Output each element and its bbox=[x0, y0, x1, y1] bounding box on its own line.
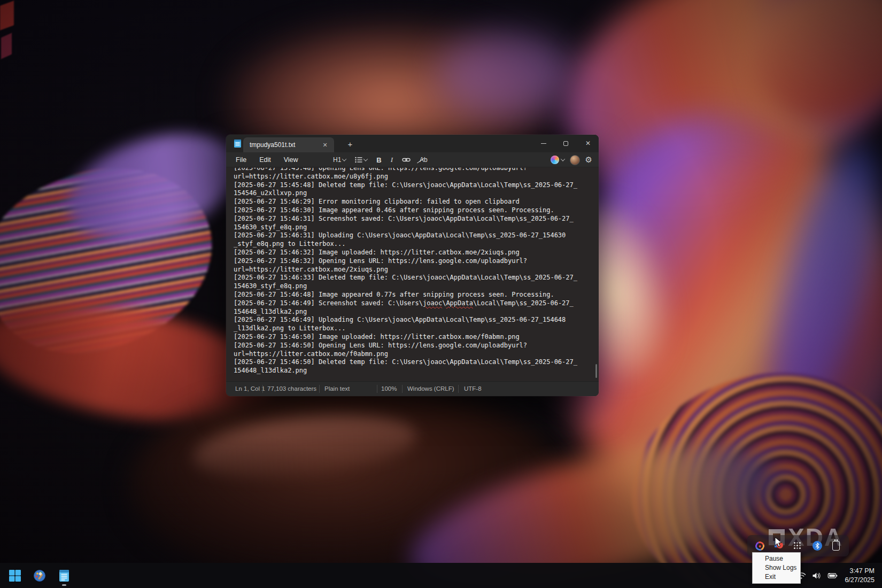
toolbar: File Edit View H1 B I bbox=[226, 152, 599, 167]
log-line: [2025-06-27 15:45:48] Opening Lens URL: … bbox=[234, 168, 599, 173]
status-document-format: Plain text bbox=[324, 385, 350, 392]
menu-edit[interactable]: Edit bbox=[253, 156, 277, 164]
titlebar[interactable]: tmpudya501t.txt ✕ + ✕ bbox=[226, 135, 599, 152]
list-icon bbox=[355, 157, 362, 163]
taskbar-tray: 3:47 PM 6/27/2025 bbox=[796, 563, 882, 588]
log-line: [2025-06-27 15:46:50] Deleted temp file:… bbox=[234, 358, 599, 367]
status-cursor-position: Ln 1, Col 1 bbox=[235, 385, 265, 392]
log-line: 154648_l13dlka2.png bbox=[234, 308, 599, 316]
chevron-down-icon bbox=[342, 157, 346, 161]
log-line: [2025-06-27 15:46:33] Deleted temp file:… bbox=[234, 274, 599, 282]
status-divider bbox=[319, 385, 320, 393]
editor-text-area[interactable]: [2025-06-27 15:45:48] Opening Lens URL: … bbox=[226, 168, 599, 381]
formatting-toolbar: H1 B I bbox=[330, 152, 430, 167]
minimize-icon bbox=[541, 143, 546, 144]
maximize-button[interactable] bbox=[559, 137, 572, 150]
notepad-taskbar-icon[interactable] bbox=[53, 565, 75, 586]
settings-gear-icon[interactable]: ⚙ bbox=[585, 155, 592, 165]
dots-grid-icon bbox=[794, 542, 802, 550]
running-indicator bbox=[62, 584, 66, 586]
log-line: _styf_e8q.png to Litterbox... bbox=[234, 240, 599, 249]
log-line: [2025-06-27 15:46:48] Image appeared 0.7… bbox=[234, 291, 599, 299]
status-character-count: 77,103 characters bbox=[267, 385, 316, 392]
toolbar-right: ⚙ bbox=[551, 152, 592, 167]
maximize-icon bbox=[563, 141, 568, 146]
status-line-endings[interactable]: Windows (CRLF) bbox=[407, 385, 454, 392]
power-plug-icon bbox=[832, 541, 840, 551]
battery-charging-icon[interactable] bbox=[827, 570, 838, 581]
close-button[interactable]: ✕ bbox=[582, 137, 594, 150]
log-line: [2025-06-27 15:46:50] Image uploaded: ht… bbox=[234, 333, 599, 342]
tray-context-menu: Pause Show Logs Exit bbox=[752, 552, 801, 584]
screenshot-tool-tray-icon[interactable] bbox=[754, 540, 766, 552]
log-line: [2025-06-27 15:46:49] Screenshot saved: … bbox=[234, 299, 599, 308]
bold-button[interactable]: B bbox=[374, 156, 384, 164]
menu-file[interactable]: File bbox=[229, 156, 253, 164]
heading-dropdown[interactable]: H1 bbox=[330, 156, 349, 164]
log-line: 154546_u2xllxvp.png bbox=[234, 189, 599, 198]
notepad-window: tmpudya501t.txt ✕ + ✕ File Edit View H1 bbox=[226, 135, 599, 396]
new-tab-button[interactable]: + bbox=[345, 139, 355, 150]
tab-title: tmpudya501t.txt bbox=[250, 141, 295, 149]
taskbar: 3:47 PM 6/27/2025 bbox=[0, 563, 882, 588]
desktop: tmpudya501t.txt ✕ + ✕ File Edit View H1 bbox=[0, 0, 882, 588]
account-avatar[interactable] bbox=[570, 155, 580, 165]
start-button[interactable] bbox=[4, 565, 26, 586]
log-line: 154648_l13dlka2.png bbox=[234, 367, 599, 375]
bluetooth-icon bbox=[813, 541, 822, 551]
log-line: [2025-06-27 15:46:49] Uploading C:\Users… bbox=[234, 316, 599, 324]
status-encoding[interactable]: UTF-8 bbox=[464, 385, 482, 392]
tab-tmpudya501t[interactable]: tmpudya501t.txt ✕ bbox=[243, 137, 334, 152]
menu-item-show-logs[interactable]: Show Logs bbox=[753, 563, 800, 572]
menu-view[interactable]: View bbox=[277, 156, 305, 164]
status-zoom-level[interactable]: 100% bbox=[381, 385, 397, 392]
notepad-app-icon bbox=[233, 139, 242, 148]
power-tray-icon[interactable] bbox=[830, 540, 842, 552]
minimize-button[interactable] bbox=[537, 137, 550, 150]
taskbar-left bbox=[0, 565, 75, 586]
paint-taskbar-icon[interactable] bbox=[29, 565, 50, 586]
log-line: [2025-06-27 15:46:30] Image appeared 0.4… bbox=[234, 206, 599, 215]
list-dropdown[interactable] bbox=[352, 157, 370, 163]
dots-grid-tray-icon[interactable] bbox=[792, 540, 804, 552]
status-divider bbox=[377, 385, 377, 393]
mouse-cursor bbox=[775, 537, 783, 548]
log-line: [2025-06-27 15:46:31] Uploading C:\Users… bbox=[234, 231, 599, 240]
paint-palette-icon bbox=[33, 569, 47, 583]
log-line: [2025-06-27 15:45:48] Deleted temp file:… bbox=[234, 181, 599, 190]
italic-button[interactable]: I bbox=[388, 156, 396, 164]
link-icon bbox=[402, 157, 411, 163]
link-button[interactable] bbox=[399, 157, 413, 163]
bluetooth-tray-icon[interactable] bbox=[811, 540, 823, 552]
log-line: url=https://litter.catbox.moe/2xiuqs.png bbox=[234, 266, 599, 274]
copilot-dropdown[interactable] bbox=[551, 156, 564, 164]
status-divider bbox=[402, 385, 403, 393]
log-line: url=https://litter.catbox.moe/f0abmn.png bbox=[234, 350, 599, 359]
tab-close-icon[interactable]: ✕ bbox=[321, 141, 329, 149]
menu-item-pause[interactable]: Pause bbox=[753, 554, 800, 563]
notepad-icon bbox=[58, 569, 71, 583]
clock-date: 6/27/2025 bbox=[845, 576, 875, 584]
log-line: 154630_styf_e8q.png bbox=[234, 223, 599, 232]
volume-icon[interactable] bbox=[811, 570, 822, 581]
log-line: [2025-06-27 15:46:32] Image uploaded: ht… bbox=[234, 249, 599, 257]
log-line: [2025-06-27 15:46:29] Error monitoring c… bbox=[234, 198, 599, 206]
taskbar-clock[interactable]: 3:47 PM 6/27/2025 bbox=[845, 567, 875, 584]
log-line: [2025-06-27 15:46:50] Opening Lens URL: … bbox=[234, 342, 599, 350]
clear-formatting-button[interactable]: Ab bbox=[417, 156, 430, 164]
log-line: _l13dlka2.png to Litterbox... bbox=[234, 324, 599, 333]
status-divider bbox=[262, 385, 263, 393]
menu-item-exit[interactable]: Exit bbox=[753, 572, 800, 582]
log-line: 154630_styf_e8q.png bbox=[234, 282, 599, 291]
vertical-scrollbar[interactable] bbox=[595, 364, 597, 378]
log-line: url=https://litter.catbox.moe/u8y6fj.png bbox=[234, 173, 599, 181]
log-line: [2025-06-27 15:46:31] Screenshot saved: … bbox=[234, 215, 599, 223]
editor-lines: [2025-06-27 15:45:48] Opening Lens URL: … bbox=[234, 168, 599, 375]
windows-logo-icon bbox=[9, 569, 21, 582]
menu-bar: File Edit View bbox=[229, 152, 305, 167]
clock-time: 3:47 PM bbox=[849, 567, 875, 575]
color-arrows-icon bbox=[754, 540, 767, 552]
log-line: [2025-06-27 15:46:32] Opening Lens URL: … bbox=[234, 257, 599, 266]
chevron-down-icon bbox=[560, 157, 564, 161]
chevron-down-icon bbox=[363, 157, 368, 161]
